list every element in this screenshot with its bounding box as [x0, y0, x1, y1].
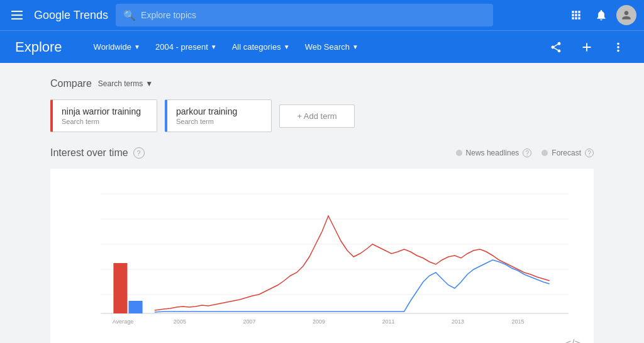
region-label: Worldwide [94, 42, 131, 52]
legend-news-dot [456, 150, 462, 156]
legend-news-label: News headlines [466, 149, 519, 157]
interest-header: Interest over time ? News headlines ? Fo… [50, 147, 594, 159]
notifications-button[interactable] [591, 5, 611, 25]
avatar[interactable] [616, 5, 636, 25]
more-options-button[interactable] [608, 37, 629, 58]
avg-bar-red [113, 263, 127, 313]
compare-header: Compare Search terms ▼ [50, 78, 594, 89]
term-name-1: ninja warrior training [62, 106, 148, 116]
search-bar: 🔍 [116, 4, 493, 26]
x-label-2007: 2007 [243, 318, 255, 325]
explore-title: Explore [15, 39, 62, 55]
interest-chart: Average 2005 2007 2009 2011 2013 2015 [63, 181, 581, 332]
compare-mode-chevron-icon: ▼ [145, 79, 153, 88]
menu-button[interactable] [8, 7, 26, 23]
search-input[interactable] [141, 10, 486, 20]
interest-section: Interest over time ? News headlines ? Fo… [50, 147, 594, 343]
search-icon: 🔍 [123, 9, 136, 21]
chart-container: Average 2005 2007 2009 2011 2013 2015 </… [50, 169, 594, 343]
compare-mode-label: Search terms [98, 79, 143, 88]
legend-news: News headlines ? [456, 149, 532, 157]
brand-name: Google Trends [34, 9, 108, 22]
region-filter[interactable]: Worldwide ▼ [87, 38, 147, 55]
term-card-1[interactable]: ninja warrior training Search term [50, 99, 157, 132]
legend-forecast-info-icon[interactable]: ? [585, 149, 594, 157]
category-chevron-icon: ▼ [284, 43, 290, 50]
time-filter[interactable]: 2004 - present ▼ [149, 38, 223, 55]
add-term-button[interactable]: + Add term [279, 104, 355, 128]
category-label: All categories [232, 42, 281, 52]
legend-news-info-icon[interactable]: ? [523, 149, 531, 157]
brand: Google Trends [34, 9, 108, 22]
legend-forecast: Forecast ? [541, 149, 594, 157]
type-filter[interactable]: Web Search ▼ [299, 38, 365, 55]
type-label: Web Search [305, 42, 350, 52]
chart-footer: </> [63, 332, 581, 343]
nav-icons [566, 5, 636, 25]
red-trend-line [155, 216, 550, 310]
interest-legend: News headlines ? Forecast ? [456, 149, 594, 157]
category-filter[interactable]: All categories ▼ [226, 38, 296, 55]
top-nav: Google Trends 🔍 [0, 0, 644, 30]
x-label-2011: 2011 [382, 318, 394, 325]
avg-bar-blue [129, 301, 143, 313]
explore-bar: Explore Worldwide ▼ 2004 - present ▼ All… [0, 30, 644, 63]
explore-actions [546, 37, 629, 58]
x-label-2009: 2009 [313, 318, 325, 325]
interest-title: Interest over time [50, 147, 128, 159]
terms-row: ninja warrior training Search term parko… [50, 99, 594, 132]
x-label-2005: 2005 [174, 318, 186, 325]
x-label-2015: 2015 [511, 318, 524, 325]
compare-mode-dropdown[interactable]: Search terms ▼ [98, 79, 153, 88]
time-chevron-icon: ▼ [211, 43, 217, 50]
embed-icon[interactable]: </> [565, 337, 581, 343]
main-content: Compare Search terms ▼ ninja warrior tra… [0, 63, 644, 343]
interest-info-icon[interactable]: ? [133, 147, 145, 159]
x-label-2013: 2013 [452, 318, 464, 325]
compare-section: Compare Search terms ▼ ninja warrior tra… [50, 78, 594, 132]
type-chevron-icon: ▼ [352, 43, 358, 50]
compare-title: Compare [50, 78, 92, 89]
region-chevron-icon: ▼ [134, 43, 140, 50]
x-label-avg: Average [113, 318, 134, 325]
filter-group: Worldwide ▼ 2004 - present ▼ All categor… [87, 38, 546, 55]
share-button[interactable] [546, 37, 566, 57]
term-name-2: parkour training [176, 106, 262, 116]
term-card-2[interactable]: parkour training Search term [165, 99, 272, 132]
apps-button[interactable] [566, 5, 586, 25]
term-type-1: Search term [62, 118, 148, 125]
legend-forecast-label: Forecast [552, 149, 581, 157]
add-button[interactable] [576, 37, 597, 58]
time-label: 2004 - present [155, 42, 208, 52]
term-type-2: Search term [176, 118, 262, 125]
legend-forecast-dot [541, 150, 548, 156]
